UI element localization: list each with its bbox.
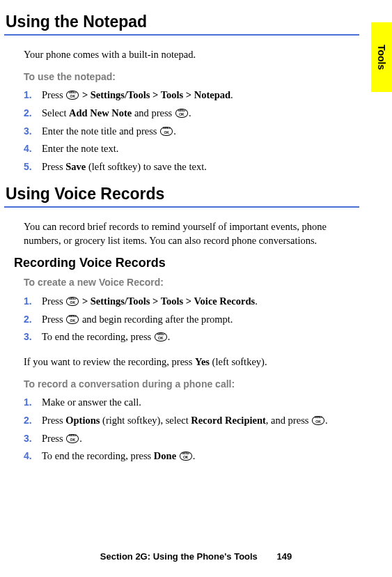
step-number: 3. (24, 432, 32, 445)
subheading-recording-voice-records: Recording Voice Records (14, 256, 371, 270)
intro-voice-records: You can record brief records to remind y… (24, 220, 350, 247)
menu-ok-icon (66, 297, 79, 306)
steps-notepad: 1. Press > Settings/Tools > Tools > Note… (24, 89, 350, 174)
divider (4, 34, 359, 36)
step: 3. Press . (42, 432, 350, 446)
step-number: 2. (24, 313, 32, 326)
heading-voice-records: Using Voice Records (4, 185, 371, 203)
step-number: 1. (24, 89, 32, 102)
step-number: 2. (24, 414, 32, 427)
step-number: 3. (24, 330, 32, 344)
page-footer: Section 2G: Using the Phone's Tools 149 (0, 551, 392, 562)
menu-ok-icon (175, 109, 188, 118)
step: 3. To end the recording, press . (42, 330, 350, 344)
step: 1. Press > Settings/Tools > Tools > Note… (42, 89, 350, 102)
steps-create-voice-record: 1. Press > Settings/Tools > Tools > Voic… (24, 295, 350, 344)
step: 1. Make or answer the call. (42, 396, 350, 410)
review-line: If you want to review the recording, pre… (24, 355, 350, 369)
heading-using-notepad: Using the Notepad (4, 13, 371, 31)
menu-ok-icon (66, 91, 79, 100)
step: 2. Press and begin recording after the p… (42, 313, 350, 327)
step-number: 4. (24, 142, 32, 155)
leadin-record-conversation: To record a conversation during a phone … (24, 378, 350, 391)
step: 2. Press Options (right softkey), select… (42, 414, 350, 428)
step-number: 3. (24, 125, 32, 138)
footer-section-label: Section 2G: Using the Phone's Tools (100, 551, 258, 562)
step: 4. To end the recording, press Done . (42, 449, 350, 463)
notepad-block: Your phone comes with a built-in notepad… (4, 48, 371, 174)
step: 5. Press Save (left softkey) to save the… (42, 160, 350, 174)
menu-ok-icon (66, 434, 79, 443)
voice-records-block: You can record brief records to remind y… (4, 220, 371, 247)
page-content: Using the Notepad Your phone comes with … (0, 0, 392, 463)
step-number: 4. (24, 449, 32, 463)
menu-ok-icon (155, 332, 167, 341)
step-number: 2. (24, 107, 32, 120)
create-voice-record-block: To create a new Voice Record: 1. Press >… (4, 276, 371, 463)
intro-notepad: Your phone comes with a built-in notepad… (24, 48, 350, 62)
divider (4, 206, 359, 208)
menu-ok-icon (160, 127, 173, 136)
step-number: 1. (24, 295, 32, 308)
step: 3. Enter the note title and press . (42, 125, 350, 139)
step: 1. Press > Settings/Tools > Tools > Voic… (42, 295, 350, 309)
step: 4. Enter the note text. (42, 142, 350, 156)
menu-ok-icon (312, 416, 324, 425)
step: 2. Select Add New Note and press . (42, 107, 350, 121)
leadin-use-notepad: To use the notepad: (24, 70, 350, 84)
leadin-create-voice-record: To create a new Voice Record: (24, 276, 350, 289)
menu-ok-icon (66, 315, 79, 324)
step-number: 1. (24, 396, 32, 409)
step-number: 5. (24, 160, 32, 174)
footer-page-number: 149 (276, 551, 292, 562)
steps-record-conversation: 1. Make or answer the call. 2. Press Opt… (24, 396, 350, 463)
menu-ok-icon (180, 452, 192, 461)
